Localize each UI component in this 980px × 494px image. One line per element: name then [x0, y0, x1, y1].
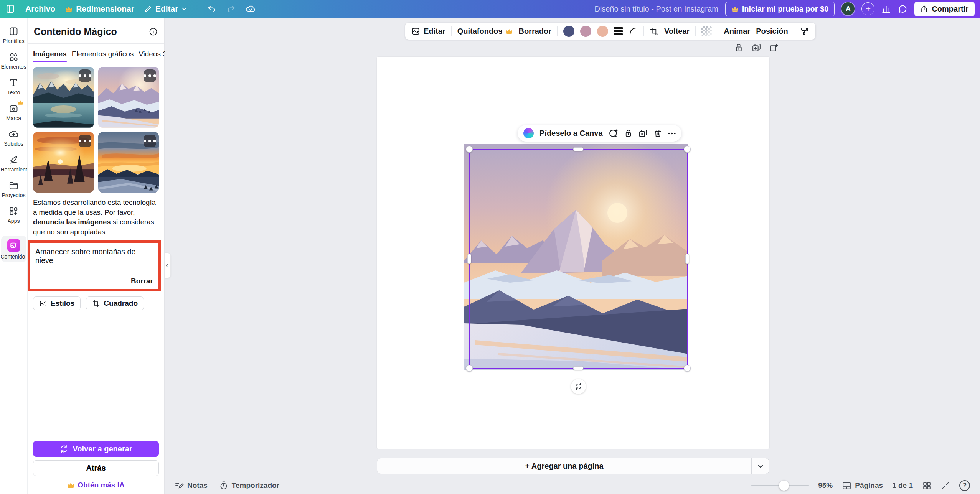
prompt-annotation-box: Amanecer sobre montañas de nieve Borrar [28, 240, 161, 291]
zoom-slider-thumb[interactable] [779, 481, 789, 491]
back-button[interactable]: Atrás [33, 460, 159, 476]
rotate-handle[interactable] [571, 379, 586, 394]
regenerate-button[interactable]: Volver a generar [33, 441, 159, 457]
document-title[interactable]: Diseño sin título - Post en Instagram [594, 5, 718, 13]
pages-view-button[interactable]: Páginas [842, 481, 883, 491]
share-button[interactable]: Compartir [914, 2, 975, 16]
tab-elementos-graficos[interactable]: Elementos gráficos [72, 50, 134, 62]
undo-icon[interactable] [207, 4, 216, 13]
duplicate-page-icon[interactable] [752, 43, 761, 53]
get-more-ai-link[interactable]: Obtén más IA [33, 481, 159, 489]
lock-icon[interactable] [624, 129, 633, 138]
color-swatch-2[interactable] [580, 26, 591, 37]
flip-button[interactable]: Voltear [664, 27, 690, 36]
delete-trash-icon[interactable] [653, 129, 662, 138]
sidebar-item-elementos[interactable]: Elementos [1, 49, 26, 72]
selection-box[interactable] [469, 149, 688, 369]
tab-imagenes[interactable]: Imágenes [33, 50, 67, 62]
position-button[interactable]: Posición [756, 27, 788, 36]
color-swatch-3[interactable] [597, 26, 608, 37]
add-comment-icon[interactable] [609, 128, 618, 138]
projects-folder-icon [8, 180, 19, 191]
edit-image-button[interactable]: Editar [411, 27, 445, 36]
share-label: Compartir [932, 5, 968, 13]
thumbnail-more-button[interactable] [79, 135, 91, 147]
add-page-chevron[interactable] [751, 458, 769, 474]
comments-bubble-icon[interactable] [898, 4, 907, 14]
thumbnail-more-button[interactable] [144, 135, 156, 147]
sidebar-item-marca[interactable]: Marca [1, 100, 26, 123]
background-remover-label: Quitafondos [457, 27, 503, 36]
styles-button[interactable]: Estilos [33, 296, 81, 310]
thumbnail-more-button[interactable] [79, 69, 91, 82]
crown-icon [67, 482, 74, 488]
add-page-split-button: + Agregar una página [377, 458, 769, 474]
animate-button[interactable]: Animar [724, 27, 750, 36]
menu-editar[interactable]: Editar [144, 4, 187, 13]
sidebar-item-plantillas[interactable]: Plantillas [1, 23, 26, 46]
fullscreen-icon[interactable] [941, 481, 950, 490]
resize-handle-bottom[interactable] [573, 366, 584, 370]
more-options-icon[interactable] [668, 132, 676, 135]
sidebar-item-herramientas[interactable]: Herramient... [1, 151, 26, 175]
grid-view-icon[interactable] [922, 481, 932, 491]
menu-archivo-label: Archivo [25, 4, 55, 13]
ask-canva-button[interactable]: Pídeselo a Canva [539, 129, 603, 138]
menu-redimensionar[interactable]: Redimensionar [65, 4, 134, 13]
duplicate-icon[interactable] [638, 129, 648, 138]
add-member-button[interactable]: + [861, 2, 874, 15]
generated-image-1[interactable] [33, 67, 94, 128]
resize-handle-bottom-left[interactable] [466, 365, 473, 372]
info-icon[interactable] [148, 27, 158, 36]
avatar[interactable]: A [841, 2, 855, 15]
resize-handle-top-left[interactable] [466, 146, 473, 153]
timer-button[interactable]: Temporizador [219, 481, 279, 490]
resize-handle-bottom-right[interactable] [684, 365, 691, 372]
zoom-slider[interactable] [751, 481, 809, 491]
sidebar-item-texto[interactable]: Texto [1, 74, 26, 98]
add-page-icon[interactable] [769, 43, 779, 53]
resize-handle-right[interactable] [685, 254, 689, 264]
sidebar-item-apps[interactable]: Apps [1, 203, 26, 226]
crop-icon[interactable] [650, 27, 658, 36]
notes-label: Notas [187, 481, 208, 490]
panel-footer: Volver a generar Atrás Obtén más IA [28, 441, 164, 494]
sidebar-item-contenido-magico[interactable]: Contenido ... [1, 236, 26, 262]
help-button[interactable]: ? [959, 480, 970, 491]
panel-collapse-button[interactable]: ‹ [165, 252, 171, 278]
sidebar-item-subidos[interactable]: Subidos [1, 126, 26, 149]
background-remover-button[interactable]: Quitafondos [457, 27, 513, 36]
generated-image-4[interactable] [98, 132, 159, 193]
redo-icon[interactable] [226, 4, 236, 13]
styles-label: Estilos [51, 299, 74, 308]
aspect-ratio-button[interactable]: Cuadrado [86, 296, 144, 310]
report-images-link[interactable]: denuncia las imágenes [33, 218, 111, 226]
sidebar-label: Texto [7, 89, 20, 96]
generated-image-3[interactable] [33, 132, 94, 193]
menu-archivo[interactable]: Archivo [25, 4, 55, 13]
start-trial-button[interactable]: Iniciar mi prueba por $0 [725, 2, 835, 16]
resize-handle-top-right[interactable] [684, 146, 691, 153]
curve-icon[interactable] [629, 26, 638, 36]
line-weight-icon[interactable] [614, 27, 623, 35]
color-swatch-1[interactable] [563, 26, 574, 37]
resize-handle-left[interactable] [467, 254, 471, 264]
top-menu-bar: Archivo Redimensionar Editar Diseño s [0, 0, 980, 18]
text-icon [8, 77, 19, 88]
animate-label: Animar [724, 27, 750, 36]
templates-icon [8, 26, 19, 36]
add-page-button[interactable]: + Agregar una página [377, 458, 751, 474]
eraser-button[interactable]: Borrador [518, 27, 551, 36]
home-sidebar-toggle-icon[interactable] [5, 4, 15, 14]
copy-style-roller-icon[interactable] [800, 26, 809, 36]
sidebar-item-proyectos[interactable]: Proyectos [1, 177, 26, 201]
pages-label: Páginas [855, 481, 883, 490]
insights-chart-icon[interactable] [881, 4, 891, 14]
lock-page-icon[interactable] [734, 43, 744, 53]
thumbnail-more-button[interactable] [144, 69, 156, 82]
generated-image-2[interactable] [98, 67, 159, 128]
resize-handle-top[interactable] [573, 147, 584, 151]
transparency-icon[interactable] [701, 26, 712, 36]
notes-button[interactable]: Notas [175, 481, 208, 490]
clear-prompt-button[interactable]: Borrar [131, 277, 153, 285]
